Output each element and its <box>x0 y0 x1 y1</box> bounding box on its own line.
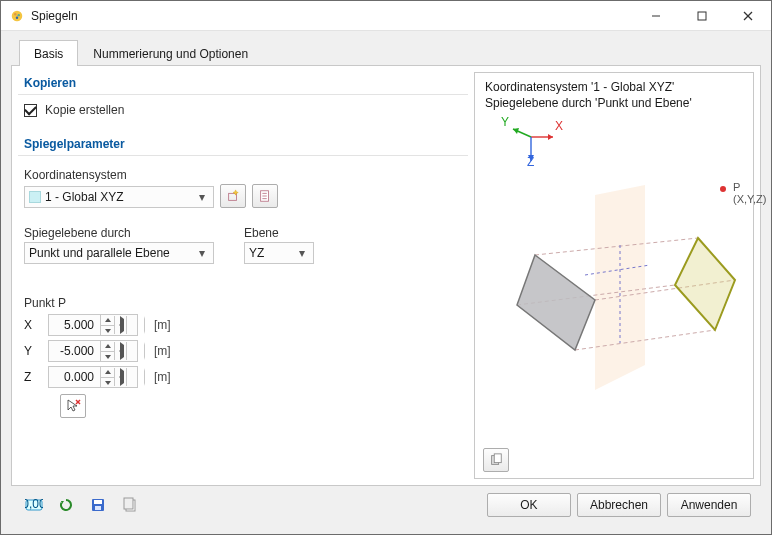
svg-point-0 <box>12 10 23 21</box>
tab-options[interactable]: Nummerierung und Optionen <box>78 40 263 66</box>
axis-y-label: Y <box>501 115 509 129</box>
create-copy-checkbox[interactable] <box>24 104 37 117</box>
copy-row: Kopie erstellen <box>18 101 468 119</box>
preview-panel: Koordinatensystem '1 - Global XYZ' Spieg… <box>474 72 754 479</box>
ok-button[interactable]: OK <box>487 493 571 517</box>
preview-line-1: Koordinatensystem '1 - Global XYZ' <box>485 79 743 95</box>
group-copy-title: Kopieren <box>18 72 468 92</box>
save-button-footer[interactable] <box>85 493 111 517</box>
refresh-icon <box>58 497 74 513</box>
button-label: Abbrechen <box>590 498 648 512</box>
point-y-input[interactable]: -5.000 <box>48 340 138 362</box>
maximize-button[interactable] <box>679 1 725 30</box>
svg-marker-29 <box>675 238 735 330</box>
button-label: OK <box>520 498 537 512</box>
spinner-vertical[interactable] <box>100 315 114 335</box>
preview-tool-button[interactable] <box>483 448 509 472</box>
point-p-label: P (X,Y,Z) <box>733 181 766 205</box>
refresh-button[interactable] <box>53 493 79 517</box>
button-label: Anwenden <box>681 498 738 512</box>
spinner-horizontal[interactable] <box>114 316 137 334</box>
svg-marker-28 <box>517 255 595 350</box>
point-x-row: X 5.000 [m] <box>18 312 468 338</box>
unit-label: [m] <box>154 318 171 332</box>
left-panel: Kopieren Kopie erstellen Spiegelparamete… <box>18 72 468 479</box>
create-copy-label: Kopie erstellen <box>45 103 124 117</box>
axis-z-label: Z <box>24 370 38 384</box>
svg-text:0,00: 0,00 <box>25 497 43 511</box>
client-area: Basis Nummerierung und Optionen Kopieren… <box>1 31 771 534</box>
separator <box>18 155 468 156</box>
axis-x-label: X <box>555 119 563 133</box>
point-x-value: 5.000 <box>49 318 100 332</box>
axis-x-label: X <box>24 318 38 332</box>
axis-y-label: Y <box>24 344 38 358</box>
copy-icon <box>489 453 503 467</box>
pick-point-button[interactable] <box>60 394 86 418</box>
unit-label: [m] <box>154 370 171 384</box>
preview-caption: Koordinatensystem '1 - Global XYZ' Spieg… <box>485 79 743 111</box>
preview-canvas[interactable]: X Y Z <box>485 115 743 472</box>
separator <box>18 94 468 95</box>
cancel-button[interactable]: Abbrechen <box>577 493 661 517</box>
dialog-window: Spiegeln Basis Nummerierung und Optionen… <box>0 0 772 535</box>
svg-point-30 <box>720 186 726 192</box>
units-button[interactable]: 0,00 <box>21 493 47 517</box>
plane-combo[interactable]: YZ ▾ <box>244 242 314 264</box>
mirror-diagram <box>485 155 755 415</box>
units-icon: 0,00 <box>25 497 43 513</box>
tab-strip: Basis Nummerierung und Optionen <box>19 39 761 65</box>
point-p-title: Punkt P <box>18 290 468 312</box>
cursor-pick-icon <box>65 398 81 414</box>
window-buttons <box>633 1 771 30</box>
point-z-input[interactable]: 0.000 <box>48 366 138 388</box>
spinner-horizontal[interactable] <box>114 368 137 386</box>
mirror-by-combo[interactable]: Punkt und parallele Ebene ▾ <box>24 242 214 264</box>
coord-system-label: Koordinatensystem <box>18 162 468 184</box>
preview-line-2: Spiegelebene durch 'Punkt und Ebene' <box>485 95 743 111</box>
coord-system-value: 1 - Global XYZ <box>45 190 195 204</box>
mirror-by-value: Punkt und parallele Ebene <box>29 246 195 260</box>
point-x-input[interactable]: 5.000 <box>48 314 138 336</box>
coord-system-combo[interactable]: 1 - Global XYZ ▾ <box>24 186 214 208</box>
footer: 0,00 OK Abbrechen Anwenden <box>11 486 761 524</box>
minimize-button[interactable] <box>633 1 679 30</box>
point-z-row: Z 0.000 [m] <box>18 364 468 390</box>
apply-button[interactable]: Anwenden <box>667 493 751 517</box>
coord-system-swatch <box>29 191 41 203</box>
edit-coord-system-button[interactable] <box>252 184 278 208</box>
svg-point-1 <box>14 13 16 15</box>
plane-value: YZ <box>249 246 295 260</box>
save-icon <box>90 497 106 513</box>
svg-marker-16 <box>548 134 553 140</box>
close-button[interactable] <box>725 1 771 30</box>
mirror-by-label: Spiegelebene durch <box>24 220 214 242</box>
spinner-horizontal[interactable] <box>114 342 137 360</box>
chevron-down-icon: ▾ <box>195 190 209 204</box>
point-y-row: Y -5.000 [m] <box>18 338 468 364</box>
app-icon <box>9 8 25 24</box>
tab-basis[interactable]: Basis <box>19 40 78 66</box>
mirror-plane-row: Spiegelebene durch Punkt und parallele E… <box>18 220 468 264</box>
spinner-vertical[interactable] <box>100 341 114 361</box>
titlebar: Spiegeln <box>1 1 771 31</box>
tab-label: Basis <box>34 47 63 61</box>
chevron-down-icon: ▾ <box>295 246 309 260</box>
chevron-down-icon: ▾ <box>195 246 209 260</box>
document-icon <box>258 189 272 203</box>
point-y-value: -5.000 <box>49 344 100 358</box>
new-coord-system-button[interactable] <box>220 184 246 208</box>
svg-point-3 <box>16 16 18 18</box>
svg-rect-37 <box>94 500 102 504</box>
svg-rect-5 <box>698 12 706 20</box>
svg-rect-38 <box>95 506 101 510</box>
clipboard-button[interactable] <box>117 493 143 517</box>
plane-label: Ebene <box>244 220 314 242</box>
svg-rect-40 <box>124 498 133 509</box>
tab-page: Kopieren Kopie erstellen Spiegelparamete… <box>11 65 761 486</box>
spinner-vertical[interactable] <box>100 367 114 387</box>
point-z-value: 0.000 <box>49 370 100 384</box>
svg-point-2 <box>18 13 20 15</box>
svg-rect-32 <box>494 454 501 463</box>
window-title: Spiegeln <box>31 9 633 23</box>
